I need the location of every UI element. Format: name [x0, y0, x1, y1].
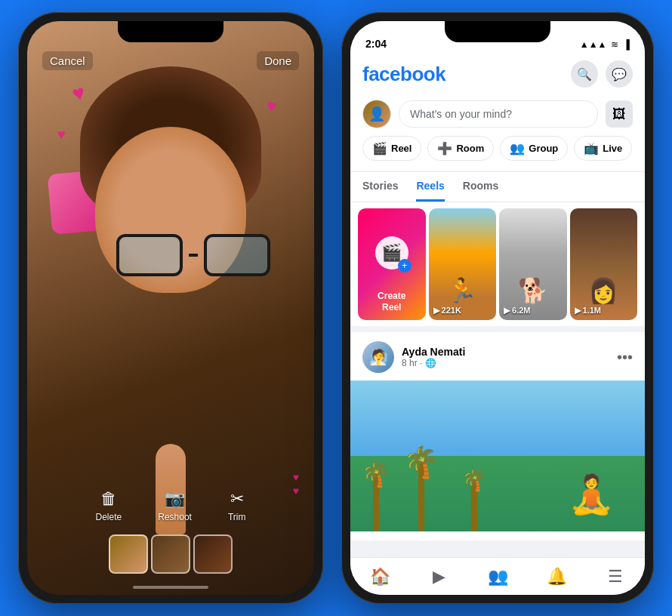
reel-card-2[interactable]: 🐕 ▶ 6.2M	[499, 208, 567, 320]
status-time: 2:04	[365, 38, 387, 50]
bell-icon: 🔔	[547, 567, 567, 587]
reel-3-views: ▶ 1.1M	[575, 306, 602, 316]
create-reel-icon: 🎬 +	[375, 236, 408, 270]
post-input[interactable]: What's on your mind?	[399, 100, 598, 128]
phones-container: ♥ ♥ ♥	[18, 12, 654, 604]
face	[95, 127, 246, 293]
post-bar: 👤 What's on your mind? 🖼	[362, 95, 633, 136]
reel-card-1[interactable]: 🏃 ▶ 221K	[429, 208, 497, 320]
feed-post: 🧖 Ayda Nemati 8 hr · 🌐 •••	[350, 332, 645, 541]
right-lens	[204, 234, 270, 276]
tab-rooms[interactable]: Rooms	[463, 180, 498, 202]
camera-screen: ♥ ♥ ♥	[27, 21, 314, 595]
trim-icon: ✂	[230, 489, 244, 509]
reel-1-person: 🏃	[447, 276, 477, 305]
post-header: 🧖 Ayda Nemati 8 hr · 🌐 •••	[362, 341, 633, 373]
post-user: 🧖 Ayda Nemati 8 hr · 🌐	[362, 341, 465, 373]
nav-menu[interactable]: ☰	[596, 560, 634, 593]
user-name[interactable]: Ayda Nemati	[402, 346, 465, 358]
thumbnail-2[interactable]	[151, 534, 190, 574]
reel-card-3[interactable]: 👩 ▶ 1.1M	[570, 208, 638, 320]
delete-action[interactable]: 🗑 Delete	[96, 489, 122, 522]
notch-left	[118, 21, 223, 42]
trim-label: Trim	[228, 512, 246, 522]
camera-bottom-bar: 🗑 Delete 📷 Reshoot ✂ Trim	[27, 489, 314, 574]
home-icon: 🏠	[370, 567, 390, 587]
camera-actions: 🗑 Delete 📷 Reshoot ✂ Trim	[27, 489, 314, 522]
camera-top-bar: Cancel Done	[27, 51, 314, 70]
reshoot-label: Reshoot	[158, 512, 192, 522]
signal-icon: ▲▲▲	[580, 39, 607, 50]
live-button[interactable]: 📺 Live	[574, 136, 632, 161]
trim-action[interactable]: ✂ Trim	[228, 489, 246, 522]
home-indicator-left[interactable]	[133, 586, 208, 589]
palm-tree-1: 🌴	[373, 471, 379, 531]
user-meta: 8 hr · 🌐	[402, 358, 465, 368]
create-reel-card[interactable]: 🎬 + CreateReel	[358, 208, 426, 320]
right-phone: 2:04 ▲▲▲ ≋ ▐ facebook 🔍	[341, 12, 654, 604]
plus-badge: +	[398, 259, 412, 273]
thumbnail-1[interactable]	[109, 534, 148, 574]
room-label: Room	[456, 143, 484, 154]
user-avatar-small: 👤	[362, 100, 391, 128]
bottom-nav: 🏠 ▶ 👥 🔔 ☰	[350, 557, 645, 595]
status-icons: ▲▲▲ ≋ ▐	[580, 39, 630, 50]
thumbnail-3[interactable]	[193, 534, 233, 574]
cancel-button[interactable]: Cancel	[42, 51, 93, 70]
post-user-avatar: 🧖	[362, 341, 394, 373]
group-label: Group	[529, 143, 558, 154]
reel-1-views: ▶ 221K	[433, 306, 461, 316]
fb-logo-row: facebook 🔍 💬	[362, 60, 633, 88]
left-lens	[116, 234, 183, 276]
glasses-bridge	[189, 254, 198, 257]
group-button[interactable]: 👥 Group	[500, 136, 568, 161]
search-icon: 🔍	[577, 67, 592, 82]
content-tabs: Stories Reels Rooms	[350, 172, 645, 202]
quick-actions: 🎬 Reel ➕ Room 👥 Group 📺	[362, 136, 633, 164]
tab-stories[interactable]: Stories	[362, 180, 398, 202]
menu-icon: ☰	[608, 567, 623, 587]
messenger-button[interactable]: 💬	[606, 60, 633, 88]
palm-tree-2: 🌴	[418, 456, 424, 531]
reel-3-person: 👩	[588, 276, 618, 305]
fb-header-icons: 🔍 💬	[571, 60, 633, 88]
room-button[interactable]: ➕ Room	[427, 136, 494, 161]
done-button[interactable]: Done	[257, 51, 299, 70]
nav-home[interactable]: 🏠	[361, 560, 399, 593]
post-more-button[interactable]: •••	[617, 349, 633, 366]
reel-label: Reel	[391, 143, 412, 154]
nav-video[interactable]: ▶	[420, 560, 458, 593]
people-icon: 👥	[488, 567, 508, 587]
left-phone: ♥ ♥ ♥	[18, 12, 323, 604]
reel-icon: 🎬	[372, 141, 387, 156]
notch-right	[445, 21, 550, 42]
live-icon: 📺	[584, 141, 599, 156]
reel-button[interactable]: 🎬 Reel	[362, 136, 421, 161]
face-area	[72, 66, 269, 353]
reel-2-views: ▶ 6.2M	[504, 306, 531, 316]
video-icon: ▶	[433, 567, 445, 587]
wifi-icon: ≋	[611, 39, 618, 50]
nav-notifications[interactable]: 🔔	[538, 560, 575, 593]
tab-reels[interactable]: Reels	[416, 180, 444, 202]
heart-sticker-3: ♥	[57, 127, 66, 143]
home-indicator-right[interactable]	[460, 586, 535, 589]
palm-tree-3: 🌴	[471, 479, 477, 531]
media-button[interactable]: 🖼	[606, 100, 633, 128]
camera-thumbnails	[27, 534, 314, 574]
messenger-icon: 💬	[612, 67, 627, 82]
reshoot-action[interactable]: 📷 Reshoot	[158, 489, 192, 522]
reshoot-icon: 📷	[165, 489, 185, 509]
search-button[interactable]: 🔍	[571, 60, 598, 88]
facebook-screen: 2:04 ▲▲▲ ≋ ▐ facebook 🔍	[350, 21, 645, 595]
delete-label: Delete	[96, 512, 122, 522]
reels-row: 🎬 + CreateReel 🏃 ▶ 221K 🐕	[350, 202, 645, 332]
reel-2-person: 🐕	[518, 276, 548, 305]
live-label: Live	[603, 143, 622, 154]
room-icon: ➕	[437, 141, 452, 156]
facebook-logo: facebook	[362, 63, 445, 86]
fb-header: facebook 🔍 💬 👤	[350, 54, 645, 172]
user-info: Ayda Nemati 8 hr · 🌐	[402, 346, 465, 368]
group-icon: 👥	[510, 141, 525, 156]
create-reel-label: CreateReel	[378, 291, 405, 313]
